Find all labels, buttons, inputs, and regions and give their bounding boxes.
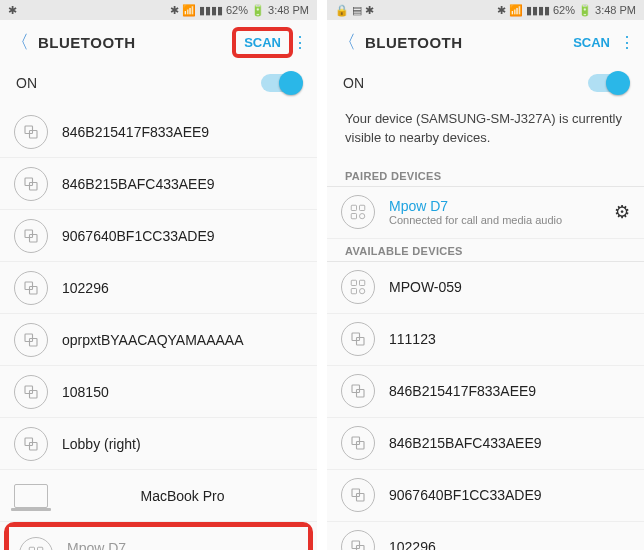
bluetooth-toggle-row: ON <box>0 64 317 106</box>
device-row[interactable]: 846B215417F833AEE9 <box>0 106 317 158</box>
generic-device-icon <box>14 323 48 357</box>
generic-device-icon <box>341 322 375 356</box>
device-row-macbook[interactable]: MacBook Pro <box>0 470 317 522</box>
gear-icon[interactable]: ⚙ <box>608 201 630 223</box>
device-name: oprpxtBYAACAQYAMAAAAA <box>62 332 303 348</box>
sync-icon: ✱ <box>8 4 17 17</box>
laptop-icon <box>14 484 48 508</box>
back-icon[interactable]: 〈 <box>8 30 32 54</box>
app-bar: 〈 BLUETOOTH SCAN ⋮ <box>327 20 644 64</box>
available-devices-list: 846B215417F833AEE9846B215BAFC433AEE99067… <box>0 106 317 550</box>
available-header: AVAILABLE DEVICES <box>327 239 644 262</box>
bluetooth-icon: ✱ <box>170 4 179 17</box>
device-row[interactable]: 108150 <box>0 366 317 418</box>
generic-device-icon <box>14 115 48 149</box>
device-row[interactable]: 111123 <box>327 314 644 366</box>
device-name: Mpow D7 <box>67 540 298 550</box>
status-bar: 🔒 ▤ ✱ ✱ 📶 ▮▮▮▮ 62% 🔋 3:48 PM <box>327 0 644 20</box>
paired-device-row[interactable]: Mpow D7 Connected for call and media aud… <box>327 187 644 239</box>
clock: 3:48 PM <box>595 4 636 16</box>
svg-rect-33 <box>357 494 365 502</box>
svg-rect-24 <box>351 289 356 294</box>
device-row[interactable]: oprpxtBYAACAQYAMAAAAA <box>0 314 317 366</box>
device-row[interactable]: 846B215BAFC433AEE9 <box>0 158 317 210</box>
svg-rect-13 <box>30 442 38 450</box>
status-bar: ✱ ✱ 📶 ▮▮▮▮ 62% 🔋 3:48 PM <box>0 0 317 20</box>
battery-icon: 🔋 <box>251 4 265 17</box>
device-name: MacBook Pro <box>140 488 224 504</box>
svg-rect-32 <box>352 489 360 497</box>
svg-rect-22 <box>351 280 356 285</box>
svg-rect-3 <box>30 182 38 190</box>
device-name: 102296 <box>389 539 630 550</box>
page-title: BLUETOOTH <box>365 34 463 51</box>
svg-rect-4 <box>25 230 33 238</box>
clock: 3:48 PM <box>268 4 309 16</box>
battery-pct: 62% <box>553 4 575 16</box>
device-row[interactable]: 846B215BAFC433AEE9 <box>327 418 644 470</box>
bluetooth-icon: ✱ <box>497 4 506 17</box>
svg-rect-26 <box>352 333 360 341</box>
signal-icon: ▮▮▮▮ <box>199 4 223 17</box>
more-icon[interactable]: ⋮ <box>291 33 309 52</box>
device-row[interactable]: 102296 <box>327 522 644 550</box>
generic-device-icon <box>14 271 48 305</box>
device-row-pairing[interactable]: Mpow D7Pairing... <box>9 527 308 550</box>
scan-button[interactable]: SCAN <box>232 27 293 58</box>
back-icon[interactable]: 〈 <box>335 30 359 54</box>
device-row[interactable]: 9067640BF1CC33ADE9 <box>0 210 317 262</box>
bluetooth-toggle[interactable] <box>261 74 301 92</box>
lock-icon: 🔒 <box>335 4 349 17</box>
device-name: 111123 <box>389 331 630 347</box>
svg-rect-28 <box>352 385 360 393</box>
svg-rect-10 <box>25 386 33 394</box>
device-row[interactable]: 846B215417F833AEE9 <box>327 366 644 418</box>
wifi-icon: 📶 <box>509 4 523 17</box>
svg-rect-18 <box>351 205 356 210</box>
svg-rect-6 <box>25 282 33 290</box>
device-name: 102296 <box>62 280 303 296</box>
generic-device-icon <box>14 219 48 253</box>
device-status: Connected for call and media audio <box>389 214 608 226</box>
device-row[interactable]: 9067640BF1CC33ADE9 <box>327 470 644 522</box>
svg-rect-27 <box>357 338 365 346</box>
audio-device-icon <box>19 537 53 550</box>
svg-rect-31 <box>357 442 365 450</box>
svg-rect-0 <box>25 126 33 134</box>
generic-device-icon <box>14 375 48 409</box>
on-label: ON <box>343 75 364 91</box>
svg-rect-1 <box>30 130 38 138</box>
device-row[interactable]: MPOW-059 <box>327 262 644 314</box>
device-name: Mpow D7 <box>389 198 608 214</box>
generic-device-icon <box>341 426 375 460</box>
generic-device-icon <box>341 530 375 550</box>
svg-rect-8 <box>25 334 33 342</box>
available-devices-list-right: MPOW-059111123846B215417F833AEE9846B215B… <box>327 262 644 550</box>
svg-point-25 <box>360 289 365 294</box>
sim-icon: ▤ <box>352 4 362 17</box>
battery-pct: 62% <box>226 4 248 16</box>
svg-rect-30 <box>352 437 360 445</box>
on-label: ON <box>16 75 37 91</box>
device-list: 846B215417F833AEE9846B215BAFC433AEE99067… <box>0 106 317 550</box>
device-name: Lobby (right) <box>62 436 303 452</box>
generic-device-icon <box>14 427 48 461</box>
device-row[interactable]: 102296 <box>0 262 317 314</box>
battery-icon: 🔋 <box>578 4 592 17</box>
device-name: 108150 <box>62 384 303 400</box>
paired-header: PAIRED DEVICES <box>327 164 644 187</box>
more-icon[interactable]: ⋮ <box>618 33 636 52</box>
device-row[interactable]: Lobby (right) <box>0 418 317 470</box>
svg-rect-23 <box>360 280 365 285</box>
page-title: BLUETOOTH <box>38 34 136 51</box>
signal-icon: ▮▮▮▮ <box>526 4 550 17</box>
pairing-device-highlight: Mpow D7Pairing... <box>4 522 313 550</box>
generic-device-icon <box>341 478 375 512</box>
phone-right: 🔒 ▤ ✱ ✱ 📶 ▮▮▮▮ 62% 🔋 3:48 PM 〈 BLUETOOTH… <box>327 0 644 550</box>
audio-device-icon <box>341 195 375 229</box>
device-name: 846B215417F833AEE9 <box>62 124 303 140</box>
scan-button[interactable]: SCAN <box>565 29 618 56</box>
svg-rect-19 <box>360 205 365 210</box>
bluetooth-toggle[interactable] <box>588 74 628 92</box>
device-name: 846B215BAFC433AEE9 <box>389 435 630 451</box>
